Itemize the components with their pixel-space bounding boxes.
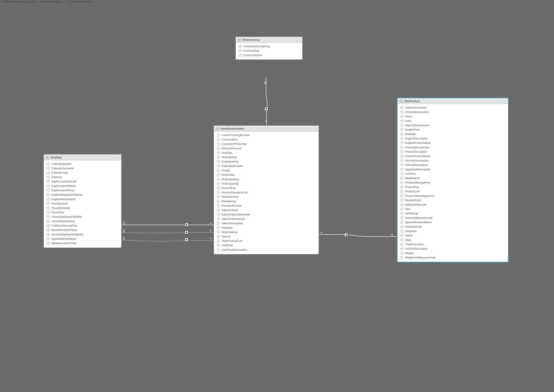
field-row[interactable]: MonthNumberOfYear — [44, 228, 121, 232]
field-row[interactable]: SalesTerritoryKey — [214, 221, 319, 225]
field-row[interactable]: ProductLine — [398, 189, 508, 194]
field-row[interactable]: EnglishMonthName — [44, 197, 121, 201]
field-row[interactable]: JapaneseDescription — [398, 167, 508, 172]
field-row[interactable]: ArabicDescription — [398, 105, 508, 110]
field-row[interactable]: FinishedGoodsFlag — [398, 145, 508, 149]
table-card-factresellersales[interactable]: FactResellerSales · · · CarrierTrackingN… — [214, 126, 319, 254]
field-row[interactable]: GermanDescription — [398, 158, 508, 163]
resize-handle[interactable] — [300, 57, 302, 59]
field-row[interactable]: DealerPrice — [398, 127, 508, 132]
table-card-dimcurrency[interactable]: DimCurrency · · · CurrencyAlternateKeyCu… — [236, 37, 302, 60]
card-menu-button[interactable]: · · · — [311, 127, 316, 130]
field-row[interactable]: SpanishDayNameOfWeek — [44, 232, 121, 237]
table-card-dimproduct[interactable]: DimProduct · · · ArabicDescriptionChines… — [397, 98, 508, 262]
field-row[interactable]: FrenchDescription — [398, 149, 508, 154]
field-row[interactable]: ShipDateKey — [214, 230, 319, 234]
field-row[interactable]: CalendarYear — [44, 170, 121, 175]
field-row[interactable]: DiscountAmount — [214, 146, 319, 151]
field-row[interactable]: SalesOrderLineNumber — [214, 212, 319, 217]
field-row[interactable]: EnglishDayNameOfWeek — [44, 193, 121, 197]
resize-handle[interactable] — [119, 245, 121, 247]
field-row[interactable]: StandardCost — [398, 224, 508, 229]
field-row[interactable]: UnitPriceDiscountPct — [214, 248, 319, 252]
field-row[interactable]: DueDateKey — [214, 155, 319, 159]
field-row[interactable]: CurrencyKey — [214, 137, 319, 142]
field-row[interactable]: SpanishProductName — [398, 220, 508, 224]
field-row[interactable]: RevisionNumber — [214, 203, 319, 208]
field-row[interactable]: DayNumberOfYear — [44, 188, 121, 193]
field-row[interactable]: ProductKey — [398, 185, 508, 189]
field-row[interactable]: SalesOrderNumber — [214, 217, 319, 221]
field-row[interactable]: SalesAmount — [214, 208, 319, 212]
field-row[interactable]: UnitPrice — [214, 243, 319, 248]
field-row[interactable]: CalendarSemester — [44, 166, 121, 170]
field-row[interactable]: EnglishDescription — [398, 136, 508, 141]
field-row[interactable]: WeightUnitMeasureCode — [398, 255, 508, 260]
field-row[interactable]: CurrencyKey — [236, 49, 302, 53]
field-row[interactable]: Size — [398, 207, 508, 211]
field-row[interactable]: FiscalYear — [44, 210, 121, 215]
field-row[interactable]: CarrierTrackingNumber — [214, 133, 319, 137]
field-row[interactable]: ExtendedAmount — [214, 164, 319, 168]
table-card-dimdate[interactable]: DimDate · · · CalendarQuarterCalendarSem… — [44, 154, 121, 248]
field-row[interactable]: EnglishProductName — [398, 141, 508, 145]
field-row[interactable]: FiscalQuarter — [44, 201, 121, 206]
card-header[interactable]: DimDate · · · — [44, 154, 121, 161]
field-row[interactable]: FiscalSemester — [44, 206, 121, 210]
field-row[interactable]: SafetyStockLevel — [398, 203, 508, 207]
field-row[interactable]: CurrencyAlternateKey — [236, 44, 302, 49]
field-row[interactable]: TurkishDescription — [398, 246, 508, 251]
field-row[interactable]: Class — [398, 114, 508, 119]
field-row[interactable]: TotalProductCost — [214, 239, 319, 243]
field-row[interactable]: DayNumberOfMonth — [44, 179, 121, 184]
field-row[interactable]: HebrewDescription — [398, 163, 508, 167]
field-row[interactable]: DueDate — [214, 151, 319, 155]
field-row[interactable]: FrenchDayNameOfWeek — [44, 215, 121, 219]
field-row[interactable]: EndDate — [398, 132, 508, 136]
field-row[interactable]: StartDate — [398, 229, 508, 233]
field-row[interactable]: ListPrice — [398, 172, 508, 176]
field-row[interactable]: Weight — [398, 251, 508, 255]
field-row[interactable]: CustomerPONumber — [214, 142, 319, 146]
card-menu-button[interactable]: · · · — [294, 38, 300, 41]
field-row[interactable]: ThaiDescription — [398, 242, 508, 246]
field-row[interactable]: OrderQuantity — [214, 182, 319, 186]
field-row[interactable]: ProductSubcategoryKey — [398, 194, 508, 198]
field-row[interactable]: SizeUnitMeasureCode — [398, 216, 508, 220]
field-row[interactable]: ChineseDescription — [398, 110, 508, 114]
field-row[interactable]: CalendarQuarter — [44, 162, 121, 166]
field-row[interactable]: Color — [398, 119, 508, 123]
field-row[interactable]: OrderDateKey — [214, 177, 319, 182]
field-row[interactable]: ShipDate — [214, 225, 319, 230]
field-row[interactable]: ProductKey — [214, 186, 319, 190]
field-row[interactable]: ResellerKey — [214, 199, 319, 203]
card-menu-button[interactable]: · · · — [500, 99, 506, 103]
field-row[interactable]: PromotionKey — [214, 195, 319, 199]
field-row[interactable]: SizeRange — [398, 211, 508, 216]
field-row[interactable]: DateKey — [44, 175, 121, 179]
field-row[interactable]: Freight — [214, 168, 319, 173]
field-row[interactable]: EmployeeKey — [214, 159, 319, 164]
field-row[interactable]: ReorderPoint — [398, 198, 508, 203]
card-menu-button[interactable]: · · · — [113, 156, 119, 159]
model-canvas[interactable]: DimCurrency · · · CurrencyAlternateKeyCu… — [0, 0, 554, 392]
field-row[interactable]: ProductAlternateKey — [398, 180, 508, 185]
field-row[interactable]: Style — [398, 238, 508, 242]
resize-handle[interactable] — [506, 259, 508, 262]
field-row[interactable]: SpanishMonthName — [44, 237, 121, 241]
field-row[interactable]: WeekNumberOfYear — [44, 241, 121, 245]
field-row[interactable]: FrenchProductName — [398, 154, 508, 158]
field-row[interactable]: Status — [398, 233, 508, 238]
field-row[interactable]: DaysToManufacture — [398, 123, 508, 127]
field-row[interactable]: TaxAmt — [214, 234, 319, 239]
field-row[interactable]: DayNumberOfWeek — [44, 184, 121, 188]
field-row[interactable]: FullDateAlternateKey — [44, 224, 121, 228]
field-row[interactable]: CurrencyName — [236, 53, 302, 57]
resize-handle[interactable] — [316, 252, 318, 254]
field-row[interactable]: OrderDate — [214, 173, 319, 177]
field-row[interactable]: ProductStandardCost — [214, 190, 319, 195]
card-header[interactable]: DimCurrency · · · — [236, 37, 302, 43]
card-header[interactable]: DimProduct · · · — [398, 98, 508, 104]
field-row[interactable]: FrenchMonthName — [44, 219, 121, 224]
field-row[interactable]: ModelName — [398, 176, 508, 180]
